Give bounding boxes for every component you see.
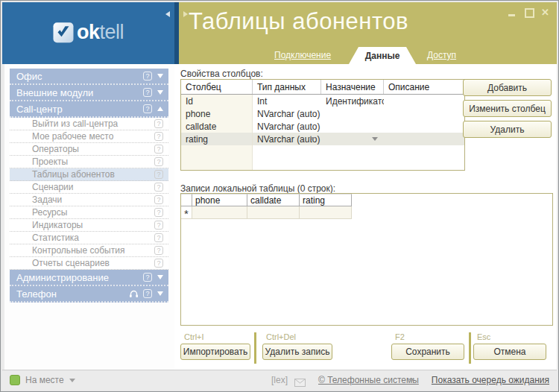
sidebar-item-operators[interactable]: Операторы [10,143,168,156]
columns-table[interactable]: Столбец Тип данных Назначение Описание I… [180,79,465,171]
expand-panel-icon[interactable] [183,11,188,17]
show-waiting-queue-link[interactable]: Показать очередь ожидания [432,370,549,390]
sidebar-item-projects[interactable]: Проекты [10,156,168,168]
main-content: Свойства столбцов: Столбец Тип данных На… [174,64,557,370]
maximize-button[interactable] [524,7,534,17]
sidebar-item-indicators[interactable]: Индикаторы [10,219,168,232]
records-column-header[interactable]: calldate [247,194,300,206]
cell-type-dropdown[interactable]: NVarchar (auto) [253,133,321,145]
column-header[interactable]: Описание [384,80,464,94]
save-button[interactable]: Сохранить [391,344,464,360]
sidebar-item-scenarios[interactable]: Сценарии [10,181,168,194]
table-empty-area [181,145,464,170]
help-icon[interactable] [154,170,163,179]
delete-column-button[interactable]: Удалить [463,121,552,138]
sidebar-item-control-events[interactable]: Контрольные события [10,244,168,257]
sidebar-group-office[interactable]: Офис [10,69,168,85]
minimize-button[interactable] [508,7,517,17]
sidebar-item-subscriber-tables[interactable]: Таблицы абонентов [10,168,168,181]
help-icon[interactable] [154,233,163,242]
cell-column: calldate [181,120,253,133]
row-selector-header [181,194,192,206]
presence-selector[interactable]: На месте [25,370,64,390]
sidebar-group-phone[interactable]: Телефон [10,286,168,303]
table-row[interactable]: Id Int Идентификатор [181,95,464,107]
sidebar-item-my-workplace[interactable]: Мое рабочее место [10,130,168,143]
footer-actions: Ctrl+I Импортировать Ctrl+Del Удалить за… [174,332,557,364]
help-icon[interactable] [154,259,163,268]
table-row[interactable]: phone NVarchar (auto) [181,107,464,120]
new-record-cell[interactable] [192,206,247,219]
edit-column-button[interactable]: Изменить столбец [463,100,552,117]
cell-type: Int [253,95,321,107]
import-button[interactable]: Импортировать [180,344,250,360]
cell-description [384,120,464,133]
sidebar-group-label: Call-центр [16,104,143,115]
status-bar: На месте [lex] © Телефонные системы Пока… [2,370,557,390]
close-button[interactable]: ✕ [540,7,550,17]
help-icon[interactable] [154,221,163,230]
tab-data[interactable]: Данные [349,47,416,64]
sidebar-group-label: Администрирование [16,272,143,283]
new-record-row[interactable]: * [181,206,352,219]
chevron-down-icon[interactable] [408,379,414,382]
dropdown-arrow-icon[interactable] [309,137,315,141]
table-row[interactable]: calldate NVarchar (auto) [181,120,464,133]
sidebar-item-scenario-reports[interactable]: Отчеты сценариев [10,257,168,270]
sidebar-item-resources[interactable]: Ресурсы [10,206,168,219]
help-icon[interactable] [143,289,152,298]
records-panel[interactable]: phone calldate rating * [180,193,553,326]
delete-record-button[interactable]: Удалить запись [262,344,332,360]
help-icon[interactable] [143,104,152,113]
help-icon[interactable] [154,157,163,166]
presence-status-icon [10,375,20,385]
help-icon[interactable] [154,145,163,154]
sidebar-group-label: Телефон [16,288,129,300]
window-inner: ok tell Таблицы абонентов ✕ Подключение … [2,2,557,390]
help-icon[interactable] [154,246,163,255]
help-icon[interactable] [143,273,152,282]
column-header[interactable]: Назначение [321,80,384,94]
help-icon[interactable] [143,72,152,80]
sidebar-group-call-center[interactable]: Call-центр [10,101,168,118]
user-login: [lex] [271,370,288,390]
cancel-button[interactable]: Отмена [473,344,546,360]
add-column-button[interactable]: Добавить [463,79,552,96]
sidebar-item-tasks[interactable]: Задачи [10,194,168,206]
column-header[interactable]: Столбец [181,80,253,94]
chevron-down-icon[interactable] [69,379,75,382]
help-icon[interactable] [154,183,163,192]
column-header[interactable]: Тип данных [253,80,321,94]
records-section-label: Записи локальной таблицы (0 строк): [180,183,335,194]
help-icon[interactable] [154,208,163,217]
table-row-selected[interactable]: rating NVarchar (auto) [181,133,464,145]
sidebar-item-label: Задачи [32,195,154,205]
cancel-group: Esc Отмена [473,332,546,360]
tab-access[interactable]: Доступ [427,50,456,60]
dropdown-arrow-icon[interactable] [372,137,378,141]
sidebar-item-exit-call-center[interactable]: Выйти из call-центра [10,118,168,130]
new-record-cell[interactable] [247,206,300,219]
sidebar-item-label: Выйти из call-центра [32,118,154,129]
help-icon[interactable] [154,195,163,204]
logo-panel: ok tell [2,2,174,64]
sidebar-group-administration[interactable]: Администрирование [10,270,168,286]
tab-connection[interactable]: Подключение [274,50,331,60]
mail-icon[interactable] [294,376,306,390]
help-icon[interactable] [154,132,163,141]
collapse-sidebar-icon[interactable] [165,11,170,17]
help-icon[interactable] [154,119,163,128]
sidebar-group-label: Офис [16,71,143,82]
cell-purpose [321,107,384,120]
records-column-header[interactable]: rating [300,194,352,206]
copyright-link[interactable]: © Телефонные системы [318,370,419,390]
help-icon[interactable] [143,88,152,97]
sidebar-item-label: Операторы [32,144,154,154]
page-title: Таблицы абонентов [189,8,408,35]
sidebar-group-external-modules[interactable]: Внешние модули [10,85,168,101]
sidebar-item-statistics[interactable]: Статистика [10,232,168,244]
new-record-cell[interactable] [300,206,352,219]
records-column-header[interactable]: phone [192,194,247,206]
cell-purpose-dropdown[interactable] [321,133,384,145]
chevron-down-icon [157,291,163,296]
